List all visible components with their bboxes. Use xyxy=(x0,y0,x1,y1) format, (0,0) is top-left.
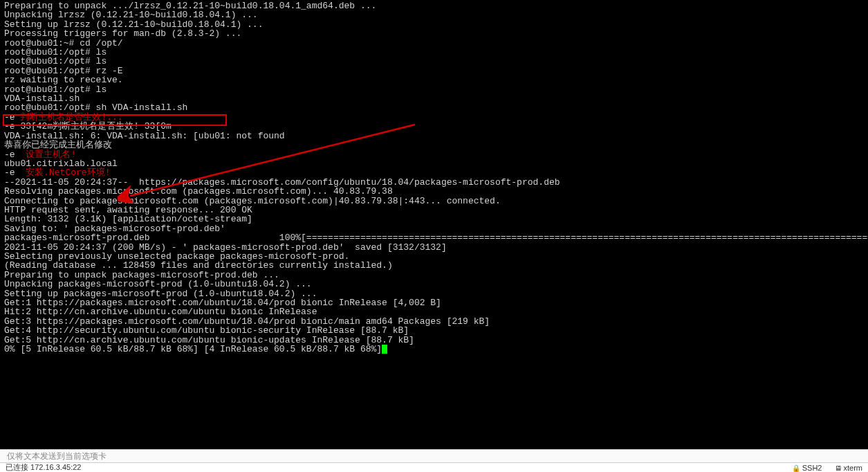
terminal-line: Get:3 https://packages.microsoft.com/ubu… xyxy=(4,317,864,326)
monitor-icon xyxy=(835,464,842,472)
terminal-line: Resolving packages.microsoft.com (packag… xyxy=(4,187,864,196)
terminal-line: -e 33[42m判断主机名是否生效! 33[0m xyxy=(4,122,864,131)
terminal-line: VDA-install.sh xyxy=(4,94,864,103)
terminal-line: root@ubu01:/opt# sh VDA-install.sh xyxy=(4,103,864,112)
terminal-line: root@ubu01:/opt# ls xyxy=(4,48,864,57)
terminal-line: Connecting to packages.microsoft.com (pa… xyxy=(4,197,864,206)
terminal-line: Preparing to unpack .../lrzsz_0.12.21-10… xyxy=(4,1,864,10)
terminal-line: root@ubu01:/opt# ls xyxy=(4,57,864,66)
terminal-line: ubu01.citrixlab.local xyxy=(4,159,864,168)
terminal-line: Setting up packages-microsoft-prod (1.0-… xyxy=(4,289,864,298)
status-bar: 已连接 172.16.3.45:22 SSH2 xterm xyxy=(0,463,868,472)
input-placeholder: 仅将文本发送到当前选项卡 xyxy=(7,451,107,462)
terminal-line: Unpacking lrzsz (0.12.21-10~build0.18.04… xyxy=(4,10,864,19)
terminal-output[interactable]: Preparing to unpack .../lrzsz_0.12.21-10… xyxy=(0,0,868,449)
terminal-line: packages-microsoft-prod.deb 100%[=======… xyxy=(4,233,864,242)
terminal-line: --2021-11-05 20:24:37-- https://packages… xyxy=(4,178,864,187)
lock-icon xyxy=(792,464,800,472)
terminal-line: Preparing to unpack packages-microsoft-p… xyxy=(4,271,864,280)
terminal-line: -e 安装.NetCore环境! xyxy=(4,168,864,177)
terminal-line: VDA-install.sh: 6: VDA-install.sh: [ubu0… xyxy=(4,131,864,140)
terminal-line: 2021-11-05 20:24:37 (200 MB/s) - ' packa… xyxy=(4,243,864,252)
ssh-status: SSH2 xyxy=(792,464,822,472)
terminal-line: Get:1 https://packages.microsoft.com/ubu… xyxy=(4,298,864,307)
terminal-line: rz waiting to receive. xyxy=(4,75,864,84)
terminal-line: Length: 3132 (3.1K) [application/octet-s… xyxy=(4,215,864,224)
terminal-line: (Reading database ... 128459 files and d… xyxy=(4,261,864,270)
terminal-line: Selecting previously unselected package … xyxy=(4,252,864,261)
terminal-cursor xyxy=(382,345,387,354)
term-type: xterm xyxy=(835,464,863,472)
terminal-line: Unpacking packages-microsoft-prod (1.0-u… xyxy=(4,280,864,289)
terminal-line: Get:4 http://security.ubuntu.com/ubuntu … xyxy=(4,326,864,335)
terminal-line: root@ubu01:/opt# rz -E xyxy=(4,66,864,75)
terminal-line: HTTP request sent, awaiting response... … xyxy=(4,206,864,215)
connection-status: 已连接 172.16.3.45:22 xyxy=(6,462,81,472)
terminal-line: Setting up lrzsz (0.12.21-10~build0.18.0… xyxy=(4,20,864,29)
terminal-line: 恭喜你已经完成主机名修改 xyxy=(4,140,864,149)
terminal-line: Processing triggers for man-db (2.8.3-2)… xyxy=(4,29,864,38)
terminal-line: Get:5 http://cn.archive.ubuntu.com/ubunt… xyxy=(4,336,864,345)
terminal-line: Saving to: ' packages-microsoft-prod.deb… xyxy=(4,224,864,233)
send-text-input-bar[interactable]: 仅将文本发送到当前选项卡 xyxy=(0,449,868,463)
terminal-line: root@ubu01:/opt# ls xyxy=(4,85,864,94)
terminal-line: 0% [5 InRelease 60.5 kB/88.7 kB 68%] [4 … xyxy=(4,345,864,354)
terminal-line: root@ubu01:~# cd /opt/ xyxy=(4,39,864,48)
terminal-line: Hit:2 http://cn.archive.ubuntu.com/ubunt… xyxy=(4,307,864,316)
terminal-line: -e 设置主机名! xyxy=(4,150,864,159)
